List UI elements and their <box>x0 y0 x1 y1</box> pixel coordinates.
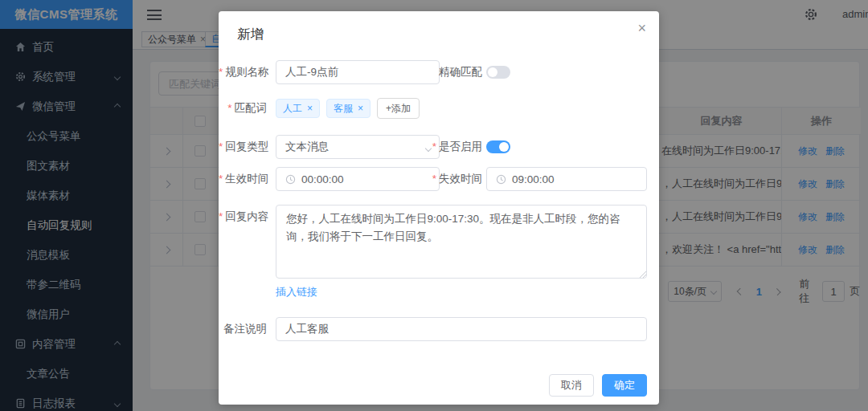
rule-name-input[interactable] <box>285 67 430 79</box>
dialog-footer: 取消 确定 <box>549 374 647 397</box>
close-icon[interactable]: × <box>637 21 646 35</box>
enabled-label: *是否启用 <box>411 135 482 159</box>
keyword-tag: 人工× <box>276 99 320 118</box>
dialog-title: 新增 <box>237 26 264 43</box>
clock-icon <box>496 174 506 185</box>
exact-match-label: 精确匹配 <box>411 60 482 84</box>
reply-type-value: 文本消息 <box>285 140 329 154</box>
keyword-tag: 客服× <box>326 99 371 118</box>
rule-name-label: *规则名称 <box>219 60 267 84</box>
exact-match-toggle[interactable] <box>486 66 510 79</box>
tag-remove-icon[interactable]: × <box>307 103 313 114</box>
keywords-label: *匹配词 <box>219 98 267 119</box>
keyword-tags: 人工× 客服× +添加 <box>276 98 420 119</box>
remark-input[interactable] <box>285 324 637 336</box>
resize-handle-icon[interactable] <box>640 271 646 278</box>
end-time-field[interactable]: 09:00:00 <box>486 167 647 191</box>
cancel-button[interactable]: 取消 <box>549 374 594 397</box>
end-time-label: *失效时间 <box>411 167 482 191</box>
enabled-toggle[interactable] <box>486 140 510 153</box>
start-time-value: 00:00:00 <box>301 173 344 185</box>
insert-link-button[interactable]: 插入链接 <box>276 285 317 299</box>
clock-icon <box>285 174 296 185</box>
reply-type-label: *回复类型 <box>219 135 267 159</box>
add-keyword-button[interactable]: +添加 <box>377 98 420 119</box>
start-time-label: *生效时间 <box>219 167 267 191</box>
reply-content-textarea[interactable]: 您好，人工在线时间为工作日9:00-17:30。现在是非人工时段，您的咨询，我们… <box>276 205 647 279</box>
confirm-button[interactable]: 确定 <box>602 374 647 397</box>
remark-field[interactable] <box>276 317 647 341</box>
reply-content-label: *回复内容 <box>219 205 267 229</box>
remark-label: 备注说明 <box>219 317 267 341</box>
end-time-value: 09:00:00 <box>512 173 555 185</box>
tag-remove-icon[interactable]: × <box>358 103 363 114</box>
add-rule-dialog: 新增 × *规则名称 精确匹配 *匹配词 人工× 客服× +添加 *回复类型 文… <box>219 11 659 405</box>
